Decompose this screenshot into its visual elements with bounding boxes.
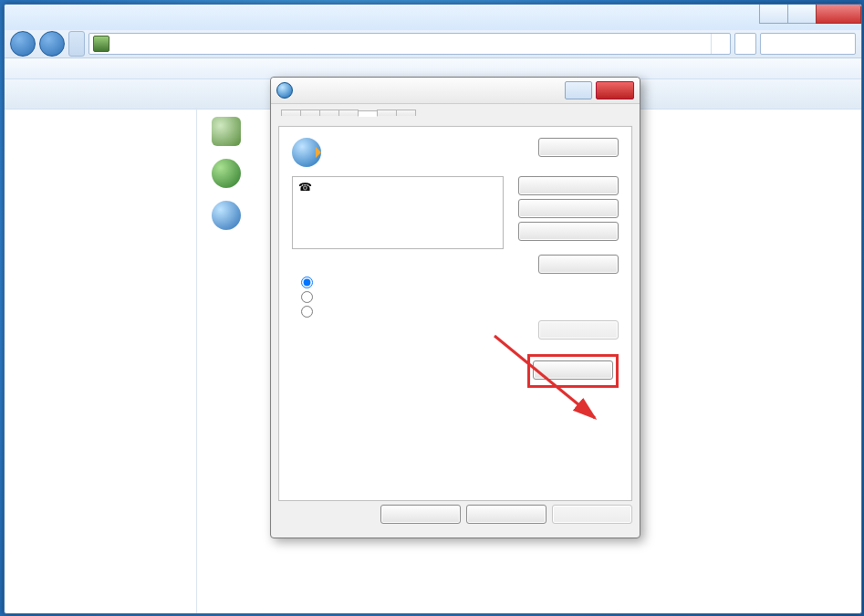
tab-advanced[interactable] [396, 110, 416, 116]
internet-options-icon [212, 201, 241, 230]
refresh-button[interactable] [734, 33, 756, 55]
window-maximize-button[interactable] [787, 5, 817, 24]
window-titlebar[interactable] [5, 5, 861, 30]
nav-back-button[interactable] [10, 31, 36, 57]
tab-content[interactable] [338, 110, 359, 116]
menu-view[interactable] [36, 67, 47, 70]
address-bar-row [5, 30, 861, 58]
tab-general[interactable] [281, 110, 301, 116]
menu-file[interactable] [10, 67, 21, 70]
tab-privacy[interactable] [319, 110, 339, 116]
dialog-tabs [281, 110, 415, 116]
internet-explorer-icon [276, 82, 293, 99]
sidebar-item-programs[interactable] [5, 155, 196, 162]
sidebar-item-home[interactable] [5, 117, 196, 124]
ok-button[interactable] [380, 505, 461, 524]
menu-tools[interactable] [48, 67, 59, 70]
dialog-help-button[interactable] [565, 81, 592, 99]
sidebar-item-ease-of-access[interactable] [5, 184, 196, 192]
lan-settings-button[interactable] [533, 360, 613, 380]
sidebar-item-system-security[interactable] [5, 133, 196, 141]
modem-icon: ☎ [298, 181, 312, 193]
tab-connections[interactable] [358, 110, 378, 117]
window-close-button[interactable] [816, 5, 861, 24]
connection-settings-button[interactable] [538, 255, 619, 274]
sidebar-item-hardware-sound[interactable] [5, 148, 196, 155]
internet-properties-dialog: ☎ [270, 77, 640, 538]
cancel-button[interactable] [466, 505, 547, 524]
control-panel-icon [93, 36, 109, 52]
sidebar-item-network-internet[interactable] [5, 141, 196, 148]
homegroup-icon [212, 159, 241, 188]
set-default-button[interactable] [538, 320, 619, 339]
nav-history-dropdown[interactable] [68, 31, 85, 57]
search-input[interactable] [760, 33, 856, 55]
apply-button[interactable] [552, 505, 632, 524]
radio-dial-whenever[interactable] [301, 291, 313, 303]
sidebar-item-appearance[interactable] [5, 170, 196, 177]
radio-never-dial[interactable] [301, 277, 313, 288]
sidebar [5, 108, 197, 613]
radio-always-dial[interactable] [301, 306, 313, 318]
add-connection-button[interactable] [518, 176, 619, 195]
connection-wizard-icon [292, 138, 321, 167]
sidebar-item-user-accounts[interactable] [5, 162, 196, 170]
dialog-titlebar[interactable] [271, 78, 640, 104]
tab-security[interactable] [300, 110, 320, 116]
nav-forward-button[interactable] [39, 31, 65, 57]
add-vpn-button[interactable] [518, 199, 619, 218]
remove-connection-button[interactable] [518, 222, 619, 241]
network-sharing-icon [212, 117, 241, 146]
window-minimize-button[interactable] [759, 5, 788, 24]
setup-button[interactable] [538, 138, 619, 157]
dialog-footer [278, 505, 632, 530]
dial-connections-listbox[interactable]: ☎ [292, 176, 504, 249]
dialog-close-button[interactable] [596, 81, 634, 99]
menu-edit[interactable] [23, 67, 34, 70]
tab-programs[interactable] [377, 110, 397, 116]
breadcrumb[interactable] [88, 33, 731, 55]
sidebar-item-clock-language[interactable] [5, 177, 196, 184]
annotation-highlight [527, 354, 619, 388]
breadcrumb-dropdown-icon[interactable] [711, 34, 726, 54]
menu-help[interactable] [61, 67, 72, 70]
